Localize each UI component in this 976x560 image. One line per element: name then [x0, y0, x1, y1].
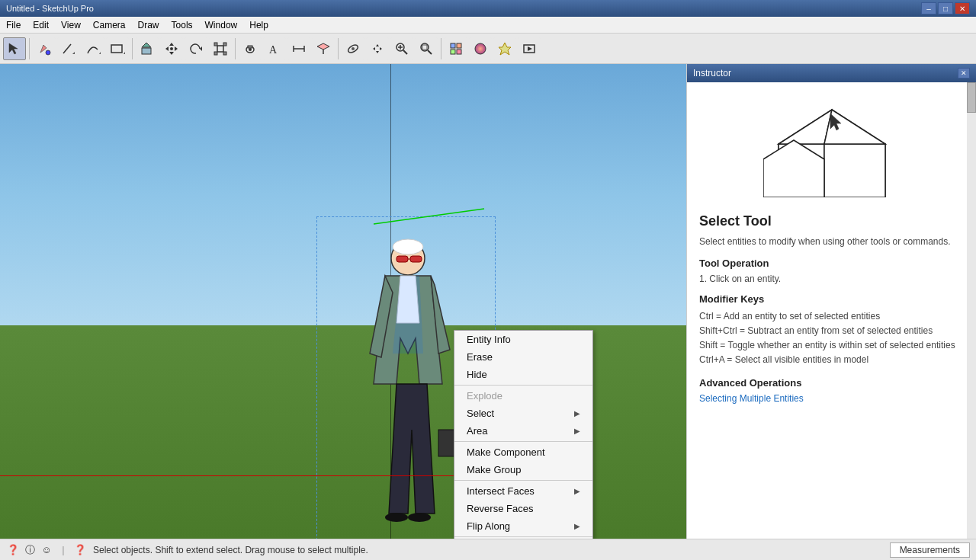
context-menu: Entity Info Erase Hide Explode Select ▶ … — [454, 330, 593, 539]
scenes-button[interactable] — [518, 37, 541, 60]
svg-marker-58 — [824, 144, 885, 197]
select-tool-button[interactable] — [3, 37, 26, 60]
ctx-select[interactable]: Select ▶ — [454, 405, 592, 422]
svg-line-46 — [374, 209, 484, 224]
rectangle-tool-button[interactable] — [106, 37, 129, 60]
paint-tool-button[interactable] — [33, 37, 56, 60]
svg-point-30 — [352, 47, 355, 50]
status-icon-2: ⓘ — [23, 543, 37, 557]
status-icon-4: ❓ — [73, 543, 87, 557]
instructor-operation-step: 1. Click on an entity. — [699, 274, 964, 284]
components-button[interactable] — [445, 37, 467, 60]
instructor-scrollbar-track[interactable] — [967, 82, 976, 539]
instructor-panel: Instructor ✕ — [686, 64, 976, 539]
instructor-advanced-link[interactable]: Selecting Multiple Entities — [699, 393, 804, 404]
pencil-tool-button[interactable] — [57, 37, 80, 60]
menubar: File Edit View Camera Draw Tools Window … — [0, 17, 976, 34]
styles-button[interactable] — [493, 37, 516, 60]
pan-tool-button[interactable] — [366, 37, 389, 60]
svg-marker-60 — [824, 110, 885, 144]
house-illustration — [763, 98, 901, 197]
svg-marker-43 — [499, 43, 511, 55]
svg-point-42 — [475, 43, 486, 54]
camera-tool-button[interactable] — [239, 37, 262, 60]
svg-rect-22 — [248, 46, 252, 48]
svg-marker-9 — [169, 43, 174, 46]
ctx-entity-info[interactable]: Entity Info — [454, 331, 592, 348]
maximize-button[interactable]: □ — [938, 2, 953, 14]
move-tool-button[interactable] — [160, 37, 183, 60]
text-tool-button[interactable]: A — [263, 37, 286, 60]
svg-rect-49 — [396, 256, 408, 262]
dimension-tool-button[interactable] — [287, 37, 310, 60]
svg-rect-19 — [223, 52, 226, 55]
svg-rect-50 — [410, 256, 422, 262]
menu-window[interactable]: Window — [199, 17, 244, 33]
svg-rect-17 — [223, 43, 226, 46]
ctx-separator-2 — [454, 441, 592, 442]
zoom-extents-button[interactable] — [415, 37, 438, 60]
toolbar-separator-2 — [132, 38, 133, 59]
svg-line-2 — [63, 44, 71, 53]
instructor-titlebar: Instructor ✕ — [687, 64, 976, 82]
svg-rect-40 — [451, 50, 455, 54]
materials-button[interactable] — [469, 37, 492, 60]
menu-help[interactable]: Help — [243, 17, 274, 33]
instructor-scrollbar-thumb[interactable] — [967, 82, 976, 113]
minimize-button[interactable]: – — [921, 2, 936, 14]
menu-draw[interactable]: Draw — [132, 17, 165, 33]
viewport[interactable]: Entity Info Erase Hide Explode Select ▶ … — [0, 64, 686, 539]
red-ground-line — [0, 475, 458, 476]
app-title: Untitled - SketchUp Pro — [6, 4, 94, 13]
ctx-make-component[interactable]: Make Component — [454, 443, 592, 461]
zoom-tool-button[interactable] — [390, 37, 413, 60]
ctx-select-arrow: ▶ — [574, 409, 580, 418]
ctx-intersect-arrow: ▶ — [574, 487, 580, 495]
svg-marker-0 — [9, 43, 18, 54]
arc-tool-button[interactable] — [82, 37, 104, 60]
toolbar-separator-4 — [338, 38, 339, 59]
menu-camera[interactable]: Camera — [87, 17, 132, 33]
ctx-make-group[interactable]: Make Group — [454, 461, 592, 478]
menu-view[interactable]: View — [55, 17, 87, 33]
menu-tools[interactable]: Tools — [165, 17, 199, 33]
ctx-erase[interactable]: Erase — [454, 348, 592, 366]
rotate-tool-button[interactable] — [185, 37, 207, 60]
svg-rect-7 — [142, 48, 151, 54]
ctx-flip-along[interactable]: Flip Along ▶ — [454, 517, 592, 535]
svg-rect-37 — [422, 45, 427, 50]
instructor-content: Select Tool Select entities to modify wh… — [687, 82, 976, 539]
instructor-close-button[interactable]: ✕ — [958, 68, 970, 78]
ctx-reverse-faces[interactable]: Reverse Faces — [454, 500, 592, 517]
section-plane-button[interactable] — [312, 37, 335, 60]
instructor-tool-name: Select Tool — [699, 213, 964, 229]
close-button[interactable]: ✕ — [955, 2, 970, 14]
svg-rect-39 — [457, 43, 461, 48]
instructor-modifier-keys: Ctrl = Add an entity to set of selected … — [699, 309, 964, 368]
svg-point-52 — [385, 513, 408, 522]
scale-tool-button[interactable] — [209, 37, 232, 60]
ctx-flip-arrow: ▶ — [574, 522, 580, 530]
push-pull-tool-button[interactable] — [136, 37, 159, 60]
menu-file[interactable]: File — [0, 17, 27, 33]
instructor-title-text: Instructor — [693, 68, 731, 78]
svg-text:A: A — [269, 44, 278, 56]
instructor-advanced-title: Advanced Operations — [699, 377, 964, 389]
status-icon-divider: | — [56, 543, 70, 557]
main-content: Entity Info Erase Hide Explode Select ▶ … — [0, 64, 976, 539]
svg-point-53 — [408, 513, 431, 522]
instructor-tool-desc: Select entities to modify when using oth… — [699, 235, 964, 248]
ctx-separator-4 — [454, 536, 592, 537]
ctx-area-arrow: ▶ — [574, 427, 580, 435]
menu-edit[interactable]: Edit — [27, 17, 55, 33]
measurements-box: Measurements — [890, 542, 970, 558]
svg-marker-12 — [175, 46, 178, 51]
instructor-image — [763, 94, 901, 201]
svg-line-36 — [428, 50, 432, 54]
measurements-label: Measurements — [900, 545, 960, 555]
ctx-hide[interactable]: Hide — [454, 366, 592, 383]
ctx-area[interactable]: Area ▶ — [454, 422, 592, 440]
svg-marker-59 — [779, 110, 832, 144]
ctx-intersect-faces[interactable]: Intersect Faces ▶ — [454, 482, 592, 500]
orbit-tool-button[interactable] — [342, 37, 364, 60]
